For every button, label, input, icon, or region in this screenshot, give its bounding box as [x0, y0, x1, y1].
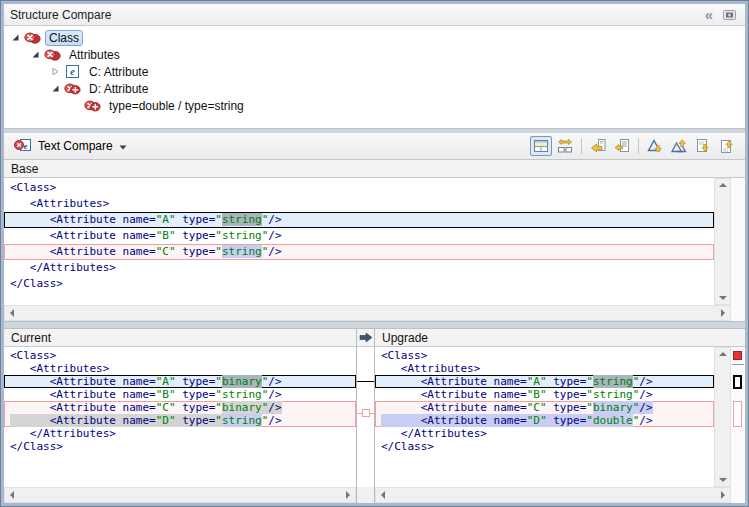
code-line[interactable]: <Attribute name="A" type="binary"/> [4, 375, 356, 388]
code-line[interactable]: <Attribute name="D" type="string"/> [4, 414, 356, 427]
tree-item-label: C: Attribute [85, 64, 152, 80]
collapse-all-icon[interactable]: « [699, 6, 719, 24]
horizontal-sash-2[interactable] [4, 321, 745, 329]
code-line[interactable]: <Attribute name="B" type="string"/> [4, 388, 356, 401]
viewer-selector-label: Text Compare [38, 139, 113, 153]
structure-compare-title: Structure Compare [10, 8, 111, 22]
copy-current-change-right-to-left-button[interactable] [611, 136, 633, 156]
code-line[interactable]: <Class> [4, 180, 714, 196]
overview-conflict-marker[interactable] [733, 351, 742, 360]
expander-placeholder [70, 101, 80, 111]
scroll-up-icon[interactable] [719, 352, 727, 356]
code-line[interactable]: <Attribute name="B" type="string"/> [4, 228, 714, 244]
code-line[interactable]: <Attributes> [4, 196, 714, 212]
upgrade-pane-body: <Class> <Attributes> <Attribute name="A"… [375, 347, 745, 487]
current-pane-header: Current [4, 329, 356, 347]
scroll-up-icon[interactable] [719, 183, 727, 187]
scroll-right-icon[interactable] [721, 309, 725, 317]
base-pane-title: Base [11, 162, 38, 176]
tree-item-label: D: Attribute [85, 81, 152, 97]
code-line[interactable]: <Attribute name="B" type="string"/> [375, 388, 714, 401]
upgrade-hscroll-corner [731, 487, 745, 503]
tree-item-label: Attributes [65, 47, 124, 63]
change-direction-icon[interactable] [359, 329, 373, 347]
code-line[interactable]: </Attributes> [4, 260, 714, 276]
overview-selected-diff-marker[interactable] [733, 375, 742, 389]
side-by-side-panes: Current <Class> <Attributes> <Attribute … [4, 329, 745, 503]
overview-ruler [731, 347, 745, 487]
code-line[interactable]: <Attribute name="C" type="string"/> [4, 244, 714, 260]
code-line[interactable]: </Class> [375, 440, 714, 453]
collapsed-expander-icon[interactable] [50, 67, 60, 77]
copy-all-right-to-left-button[interactable] [587, 136, 609, 156]
code-line[interactable]: </Attributes> [4, 427, 356, 440]
structure-compare-header: Structure Compare « [4, 4, 745, 26]
tree-item-label: type=double / type=string [105, 98, 248, 114]
tree-item-label: Class [45, 30, 83, 46]
viewer-selector-dropdown[interactable]: e Text Compare [10, 136, 131, 157]
upgrade-hscroll-row [375, 487, 745, 503]
upgrade-vertical-scrollbar[interactable] [714, 347, 731, 487]
conflict-add-icon [83, 100, 101, 112]
scroll-left-icon[interactable] [10, 309, 14, 317]
upgrade-horizontal-scrollbar[interactable] [375, 487, 731, 503]
base-pane-header: Base [4, 160, 745, 178]
code-line[interactable]: </Class> [4, 276, 714, 292]
diff-connector-handle[interactable] [362, 409, 370, 417]
previous-difference-button[interactable] [668, 136, 690, 156]
code-line[interactable]: <Attributes> [375, 362, 714, 375]
expanded-expander-icon[interactable] [10, 33, 20, 43]
scroll-right-icon[interactable] [346, 491, 350, 499]
code-line[interactable]: <Attribute name="A" type="string"/> [375, 375, 714, 388]
base-hscroll-corner [731, 305, 745, 321]
current-horizontal-scrollbar[interactable] [4, 487, 356, 503]
expanded-expander-icon[interactable] [50, 84, 60, 94]
scroll-down-icon[interactable] [719, 296, 727, 300]
tree-item-class[interactable]: Class [4, 29, 745, 46]
scroll-left-icon[interactable] [10, 491, 14, 499]
current-code-editor[interactable]: <Class> <Attributes> <Attribute name="A"… [4, 347, 356, 487]
code-line[interactable]: <Attribute name="C" type="binary"/> [4, 401, 356, 414]
tree-item-d-attribute[interactable]: D: Attribute [4, 80, 745, 97]
base-pane: <Class> <Attributes> <Attribute name="A"… [4, 178, 745, 305]
tree-item-attributes[interactable]: Attributes [4, 46, 745, 63]
upgrade-code-editor[interactable]: <Class> <Attributes> <Attribute name="A"… [375, 347, 714, 487]
scroll-left-icon[interactable] [381, 491, 385, 499]
base-horizontal-scrollbar[interactable] [4, 305, 731, 321]
tree-item-c-attribute[interactable]: eC: Attribute [4, 63, 745, 80]
code-line[interactable]: <Attribute name="A" type="string"/> [4, 212, 714, 228]
overview-diff-marker[interactable] [733, 401, 742, 427]
code-line[interactable]: <Class> [4, 349, 356, 362]
text-compare-toolbar: e Text Compare [4, 133, 745, 160]
next-difference-button[interactable] [644, 136, 666, 156]
previous-change-button[interactable] [716, 136, 738, 156]
expanded-expander-icon[interactable] [30, 50, 40, 60]
compare-editor-window: Structure Compare « ClassAttributeseC: A… [0, 0, 749, 507]
code-line[interactable]: <Attribute name="D" type="double"/> [375, 414, 714, 427]
base-code-editor[interactable]: <Class> <Attributes> <Attribute name="A"… [4, 178, 714, 305]
scroll-down-icon[interactable] [719, 478, 727, 482]
view-menu-icon[interactable] [719, 6, 739, 24]
text-compare-icon: e [14, 138, 32, 155]
swap-left-right-button[interactable] [554, 136, 576, 156]
structure-compare-tree[interactable]: ClassAttributeseC: AttributeD: Attribute… [4, 26, 745, 128]
svg-text:e: e [70, 66, 75, 77]
upgrade-pane-header: Upgrade [375, 329, 745, 347]
overview-ruler-divider [732, 364, 744, 365]
compare-editor: Structure Compare « ClassAttributeseC: A… [4, 4, 745, 503]
scroll-right-icon[interactable] [721, 491, 725, 499]
code-line[interactable]: </Class> [4, 440, 356, 453]
tree-item-type-double-type-string[interactable]: type=double / type=string [4, 97, 745, 114]
next-change-button[interactable] [692, 136, 714, 156]
code-line[interactable]: </Attributes> [375, 427, 714, 440]
code-line[interactable]: <Class> [375, 349, 714, 362]
code-line[interactable]: <Attribute name="C" type="binary"/> [375, 401, 714, 414]
current-pane: Current <Class> <Attributes> <Attribute … [4, 329, 356, 503]
gutter-footer [357, 487, 374, 503]
current-hscroll-row [4, 487, 356, 503]
base-vertical-scrollbar[interactable] [714, 178, 731, 305]
toggle-ancestor-pane-button[interactable] [530, 136, 552, 156]
code-line[interactable]: <Attributes> [4, 362, 356, 375]
conflict-add-icon [63, 83, 81, 95]
eattribute-icon: e [63, 65, 81, 78]
